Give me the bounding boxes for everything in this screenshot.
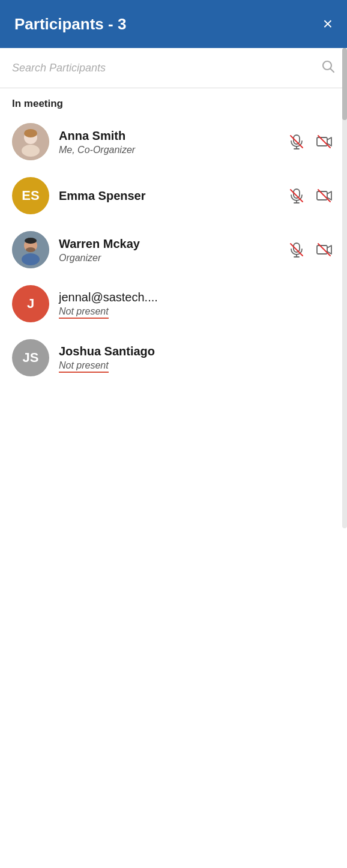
participant-name-emma: Emma Spenser [59,188,276,203]
participant-role-anna: Me, Co-Organizer [59,145,276,155]
participant-role-warren: Organizer [59,253,276,264]
search-icon [321,59,335,77]
svg-line-1 [331,69,334,73]
avatar-anna-smith [12,123,49,160]
participant-joshua-santiago: JS Joshua Santiago Not present [0,331,347,385]
scrollbar[interactable] [342,48,347,528]
scrollbar-thumb[interactable] [342,48,347,120]
participant-status-jennal: Not present [59,306,109,319]
search-bar [0,48,347,88]
video-off-icon-warren [313,239,335,261]
video-off-icon-anna [313,131,335,152]
participant-icons-anna [286,131,335,152]
participant-name-anna: Anna Smith [59,128,276,143]
svg-point-19 [22,253,40,265]
svg-point-3 [22,145,40,157]
mic-off-icon-anna [286,131,307,152]
close-button[interactable]: × [323,16,333,32]
participant-anna-smith: Anna Smith Me, Co-Organizer [0,115,347,169]
participant-info-emma: Emma Spenser [59,188,276,203]
avatar-emma-spenser: ES [12,177,49,214]
participant-jennal: J jennal@sastech.... Not present [0,277,347,331]
participant-warren-mckay: Warren Mckay Organizer [0,223,347,277]
participant-name-jennal: jennal@sastech.... [59,289,335,305]
svg-line-26 [291,244,303,256]
avatar-warren-mckay [12,231,49,268]
search-input[interactable] [12,62,315,74]
participant-icons-emma [286,185,335,206]
mic-off-icon-emma [286,185,307,206]
section-label-in-meeting: In meeting [0,88,347,115]
header: Participants - 3 × [0,0,347,48]
participant-emma-spenser: ES Emma Spenser [0,169,347,223]
mic-off-icon-warren [286,239,307,261]
participant-status-joshua: Not present [59,360,109,373]
participant-info-warren: Warren Mckay Organizer [59,236,276,264]
participant-name-warren: Warren Mckay [59,236,276,252]
svg-point-5 [24,129,37,137]
participant-icons-warren [286,239,335,261]
participant-info-joshua: Joshua Santiago Not present [59,343,335,373]
header-title: Participants - 3 [14,15,126,34]
participant-info-jennal: jennal@sastech.... Not present [59,289,335,319]
participant-name-joshua: Joshua Santiago [59,343,335,359]
avatar-jennal: J [12,285,49,322]
svg-point-22 [26,247,35,252]
svg-line-15 [291,190,303,202]
participant-info-anna: Anna Smith Me, Co-Organizer [59,128,276,155]
svg-line-9 [291,136,303,148]
video-off-icon-emma [313,185,335,206]
avatar-joshua-santiago: JS [12,339,49,376]
svg-point-21 [25,238,37,244]
